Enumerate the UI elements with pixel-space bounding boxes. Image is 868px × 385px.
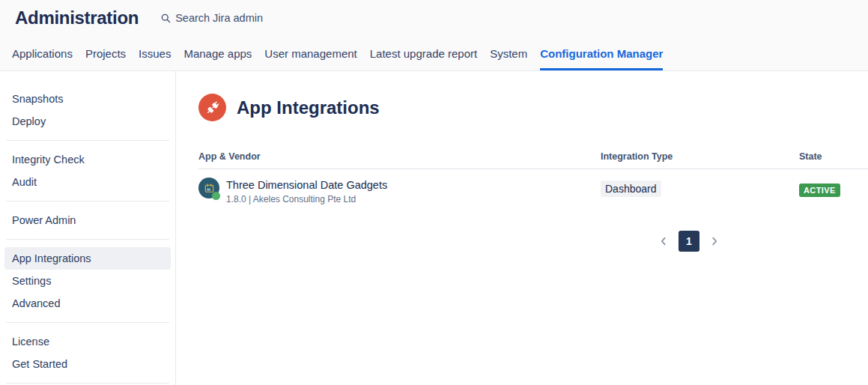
sidebar-item-snapshots[interactable]: Snapshots (4, 88, 171, 110)
integrations-table: App & Vendor Integration Type State (198, 151, 868, 204)
chevron-right-icon (709, 236, 720, 246)
page-title: App Integrations (237, 97, 380, 118)
admin-nav-tabs: Applications Projects Issues Manage apps… (0, 36, 868, 71)
next-page-button[interactable] (705, 232, 723, 250)
sidebar-item-power-admin[interactable]: Power Admin (4, 209, 171, 231)
tab-latest-upgrade-report[interactable]: Latest upgrade report (370, 36, 477, 70)
app-avatar (198, 178, 219, 198)
sidebar-divider (6, 239, 169, 240)
tab-manage-apps[interactable]: Manage apps (183, 36, 252, 70)
plug-icon (198, 94, 226, 121)
tab-configuration-manager[interactable]: Configuration Manager (540, 36, 663, 70)
page-number-button[interactable]: 1 (679, 231, 699, 252)
sidebar-item-audit[interactable]: Audit (4, 171, 171, 193)
app-vendor-cell: Three Dimensional Date Gadgets 1.8.0 | A… (198, 178, 601, 204)
page-header: App Integrations (198, 94, 868, 121)
tab-issues[interactable]: Issues (139, 36, 171, 70)
tab-user-management[interactable]: User management (264, 36, 356, 70)
sidebar-divider (6, 383, 169, 384)
status-badge: ACTIVE (799, 184, 840, 197)
sidebar-divider (6, 140, 169, 141)
sidebar-item-license[interactable]: License (4, 330, 171, 353)
table-header-row: App & Vendor Integration Type State (198, 151, 868, 169)
sidebar-divider (6, 201, 169, 201)
table-row: Three Dimensional Date Gadgets 1.8.0 | A… (198, 169, 868, 204)
presence-dot-icon (212, 192, 220, 200)
pagination: 1 (198, 231, 868, 252)
state-cell: ACTIVE (799, 178, 868, 197)
tab-applications[interactable]: Applications (12, 36, 73, 70)
app-meta: 1.8.0 | Akeles Consulting Pte Ltd (226, 194, 387, 204)
integration-type-lozenge: Dashboard (601, 181, 661, 197)
sidebar: Snapshots Deploy Integrity Check Audit P… (0, 71, 176, 385)
chevron-left-icon (658, 236, 669, 246)
sidebar-divider (6, 322, 169, 323)
tab-system[interactable]: System (490, 36, 527, 70)
column-header-state: State (799, 151, 868, 162)
search-icon (161, 13, 171, 23)
app-name-link[interactable]: Three Dimensional Date Gadgets (226, 178, 387, 192)
sidebar-item-app-integrations[interactable]: App Integrations (4, 247, 171, 270)
sidebar-item-deploy[interactable]: Deploy (4, 110, 171, 133)
app-text-block: Three Dimensional Date Gadgets 1.8.0 | A… (226, 178, 387, 204)
column-header-integration-type: Integration Type (601, 151, 799, 162)
tab-projects[interactable]: Projects (85, 36, 126, 70)
top-header: Administration (0, 0, 868, 36)
admin-search[interactable] (161, 12, 310, 24)
sidebar-item-advanced[interactable]: Advanced (4, 292, 171, 315)
integration-type-cell: Dashboard (601, 178, 799, 197)
main-content: App Integrations App & Vendor Integratio… (176, 71, 868, 385)
previous-page-button[interactable] (655, 232, 673, 250)
sidebar-item-integrity-check[interactable]: Integrity Check (4, 148, 171, 171)
sidebar-item-settings[interactable]: Settings (4, 270, 171, 292)
search-input[interactable] (175, 12, 310, 24)
sidebar-item-get-started[interactable]: Get Started (4, 353, 171, 375)
app-title: Administration (15, 7, 139, 28)
column-header-app-vendor: App & Vendor (198, 151, 601, 162)
